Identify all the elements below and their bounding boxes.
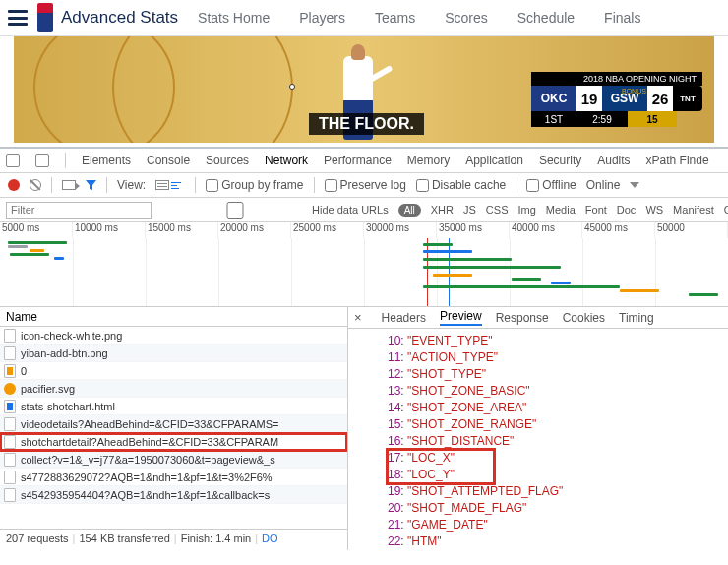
filter-manifest[interactable]: Manifest <box>673 204 714 216</box>
name-column-header[interactable]: Name <box>0 307 347 327</box>
json-row: 11: "ACTION_TYPE" <box>388 349 728 366</box>
request-row[interactable]: pacifier.svg <box>0 380 347 398</box>
json-row: 14: "SHOT_ZONE_AREA" <box>388 400 728 416</box>
filter-icon[interactable] <box>86 180 96 191</box>
video-hero[interactable]: THE FLOOR. 2018 NBA OPENING NIGHT BONUS … <box>14 36 714 143</box>
shot-clock: 15 <box>628 111 677 127</box>
group-by-frame-checkbox[interactable]: Group by frame <box>206 178 303 192</box>
online-label[interactable]: Online <box>586 178 621 192</box>
inspect-icon[interactable] <box>6 154 20 167</box>
hide-data-urls-checkbox[interactable]: Hide data URLs <box>161 202 389 219</box>
request-name: icon-check-white.png <box>21 330 122 342</box>
json-preview[interactable]: 10: "EVENT_TYPE"11: "ACTION_TYPE"12: "SH… <box>348 329 728 550</box>
player-marker <box>289 84 295 90</box>
devtools-main: Name icon-check-white.pngyiban-add-btn.p… <box>0 307 728 550</box>
detail-tab-response[interactable]: Response <box>496 311 549 325</box>
request-list-panel: Name icon-check-white.pngyiban-add-btn.p… <box>0 307 348 550</box>
nav-link[interactable]: Players <box>299 10 345 26</box>
request-row[interactable]: yiban-add-btn.png <box>0 345 347 362</box>
filter-input[interactable] <box>6 202 152 219</box>
tab-performance[interactable]: Performance <box>324 154 392 167</box>
file-icon <box>4 383 16 395</box>
nav-link[interactable]: Stats Home <box>198 10 270 26</box>
filter-img[interactable]: Img <box>517 204 535 216</box>
filter-all[interactable]: All <box>398 204 421 217</box>
tab-memory[interactable]: Memory <box>407 154 450 167</box>
json-row: 13: "SHOT_ZONE_BASIC" <box>388 383 728 400</box>
network-timeline[interactable]: 5000 ms10000 ms15000 ms20000 ms25000 ms3… <box>0 222 728 307</box>
tab-sources[interactable]: Sources <box>206 154 249 167</box>
filter-js[interactable]: JS <box>463 204 476 216</box>
finish-time: Finish: 1.4 min <box>181 533 252 547</box>
record-icon[interactable] <box>8 179 20 191</box>
filter-doc[interactable]: Doc <box>617 204 637 216</box>
close-detail-icon[interactable]: × <box>354 310 362 325</box>
json-row: 12: "SHOT_TYPE" <box>388 366 728 383</box>
nav-links: Stats Home Players Teams Scores Schedule… <box>198 10 640 26</box>
menu-icon[interactable] <box>8 10 28 26</box>
request-row[interactable]: videodetails?AheadBehind=&CFID=33&CFPARA… <box>0 415 347 433</box>
detail-tab-preview[interactable]: Preview <box>440 309 482 326</box>
scorebug-headline: 2018 NBA OPENING NIGHT <box>531 72 702 86</box>
detail-tabs: × Headers Preview Response Cookies Timin… <box>348 307 728 329</box>
preserve-log-checkbox[interactable]: Preserve log <box>325 178 406 192</box>
score2: 26 <box>647 86 673 111</box>
filter-media[interactable]: Media <box>546 204 576 216</box>
filter-other[interactable]: Other <box>724 204 728 216</box>
request-count: 207 requests <box>6 533 69 547</box>
disable-cache-checkbox[interactable]: Disable cache <box>416 178 506 192</box>
device-icon[interactable] <box>35 154 49 167</box>
json-row: 19: "SHOT_ATTEMPTED_FLAG" <box>388 483 728 500</box>
screenshot-icon[interactable] <box>62 180 76 190</box>
video-caption: THE FLOOR. <box>309 113 424 135</box>
detail-tab-cookies[interactable]: Cookies <box>563 311 605 325</box>
tab-audits[interactable]: Audits <box>597 154 630 167</box>
filter-xhr[interactable]: XHR <box>431 204 454 216</box>
domcontent-line <box>449 238 450 307</box>
request-list: icon-check-white.pngyiban-add-btn.png0pa… <box>0 327 347 529</box>
file-icon <box>4 417 16 431</box>
nav-link[interactable]: Finals <box>604 10 640 26</box>
tab-network[interactable]: Network <box>265 154 308 167</box>
request-row[interactable]: collect?v=1&_v=j77&a=1950073060&t=pagevi… <box>0 451 347 469</box>
file-icon <box>4 400 16 413</box>
nav-link[interactable]: Scores <box>445 10 488 26</box>
tab-xpath[interactable]: xPath Finde <box>646 154 709 167</box>
filter-css[interactable]: CSS <box>486 204 509 216</box>
request-name: yiban-add-btn.png <box>21 347 108 359</box>
nav-link[interactable]: Schedule <box>517 10 575 26</box>
quarter: 1ST <box>531 111 576 127</box>
view-mode-icons[interactable] <box>155 180 185 190</box>
json-row: 21: "GAME_DATE" <box>388 517 728 534</box>
tab-application[interactable]: Application <box>465 154 523 167</box>
game-clock: 2:59 <box>576 111 628 127</box>
throttle-dropdown-icon[interactable] <box>630 182 639 188</box>
devtools-tabs: Elements Console Sources Network Perform… <box>0 149 728 173</box>
tab-console[interactable]: Console <box>147 154 190 167</box>
request-row[interactable]: shotchartdetail?AheadBehind=&CFID=33&CFP… <box>0 433 347 451</box>
tab-elements[interactable]: Elements <box>82 154 131 167</box>
clear-icon[interactable] <box>30 179 41 191</box>
request-row[interactable]: 0 <box>0 362 347 380</box>
load-event-line <box>427 238 428 307</box>
detail-tab-timing[interactable]: Timing <box>619 311 654 325</box>
bonus-label: BONUS <box>622 88 646 94</box>
filter-font[interactable]: Font <box>585 204 607 216</box>
tab-security[interactable]: Security <box>539 154 581 167</box>
team1: OKC <box>531 86 576 111</box>
nba-logo[interactable] <box>37 3 53 32</box>
request-row[interactable]: s4542935954404?AQB=1&ndh=1&pf=1&callback… <box>0 486 347 504</box>
highlighted-json-rows: 17: "LOC_X"18: "LOC_Y" <box>388 450 494 483</box>
nba-top-nav: Advanced Stats Stats Home Players Teams … <box>0 0 728 36</box>
request-row[interactable]: icon-check-white.png <box>0 327 347 345</box>
detail-tab-headers[interactable]: Headers <box>382 311 426 325</box>
offline-checkbox[interactable]: Offline <box>526 178 576 192</box>
request-row[interactable]: stats-shotchart.html <box>0 398 347 415</box>
devtools: Elements Console Sources Network Perform… <box>0 147 728 550</box>
file-icon <box>4 453 16 467</box>
request-row[interactable]: s4772883629072?AQB=1&ndh=1&pf=1&t=3%2F6% <box>0 469 347 486</box>
request-name: pacifier.svg <box>21 383 75 395</box>
file-icon <box>4 488 16 502</box>
filter-ws[interactable]: WS <box>645 204 663 216</box>
nav-link[interactable]: Teams <box>375 10 415 26</box>
